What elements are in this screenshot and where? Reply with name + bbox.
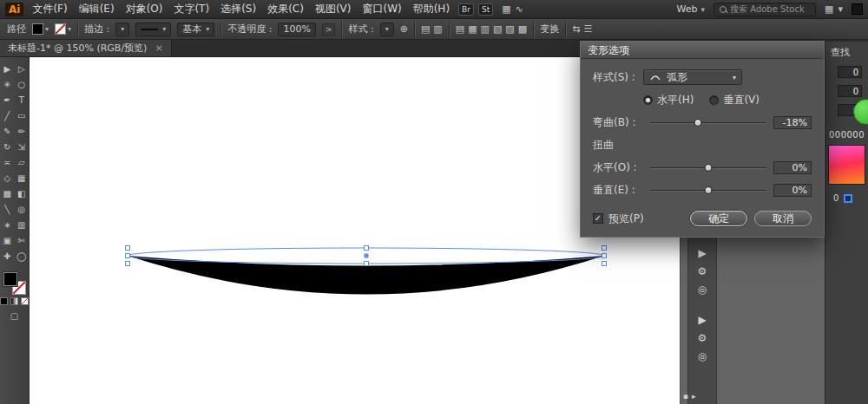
rectangle-tool-icon[interactable]: ▭: [15, 108, 30, 123]
magic-wand-tool-icon[interactable]: ✳: [0, 76, 15, 92]
eyedropper-tool-icon[interactable]: ╲: [0, 201, 15, 217]
align-h-center-icon[interactable]: ▦: [468, 23, 477, 35]
lasso-tool-icon[interactable]: ○: [15, 76, 30, 92]
cancel-button[interactable]: 取消: [754, 211, 812, 226]
swap-arrows-icon[interactable]: ⇆: [572, 23, 580, 35]
gradient-mode-button[interactable]: [10, 297, 18, 305]
blend-tool-icon[interactable]: ◎: [15, 201, 30, 217]
menu-item[interactable]: 帮助(H): [413, 2, 450, 16]
free-transform-tool-icon[interactable]: ▱: [15, 154, 30, 170]
workspace-switcher[interactable]: Web ▾: [677, 3, 706, 15]
hex-color-value[interactable]: 000000: [825, 130, 868, 140]
panel-menu-icon[interactable]: ☰: [583, 23, 592, 35]
color-spectrum[interactable]: [828, 145, 865, 185]
gpu-performance-icon[interactable]: ∿: [516, 3, 523, 15]
graphic-style-select[interactable]: ▾: [380, 23, 394, 36]
align-bottom-icon[interactable]: ▩: [518, 23, 527, 35]
expand-panels-icon[interactable]: ▸: [692, 392, 696, 401]
stroke-color-picker[interactable]: ▾: [55, 23, 71, 35]
illustrator-logo[interactable]: Ai: [5, 3, 23, 16]
preview-checkbox[interactable]: ✓ 预览(P): [593, 212, 644, 226]
arrange-documents-icon[interactable]: ▦: [502, 3, 510, 15]
menu-item[interactable]: 视图(V): [315, 2, 352, 16]
value-field[interactable]: 0: [838, 85, 862, 97]
panel-tab[interactable]: 查找: [825, 42, 868, 66]
gradient-tool-icon[interactable]: ◧: [15, 186, 30, 201]
opacity-panel-button[interactable]: >: [322, 23, 336, 36]
perspective-grid-tool-icon[interactable]: ▦: [15, 170, 30, 186]
menu-item[interactable]: 文字(T): [174, 2, 209, 16]
handle-top-center[interactable]: [365, 246, 369, 251]
fill-stroke-swatches[interactable]: [3, 272, 26, 295]
stock-search-box[interactable]: [713, 3, 816, 16]
screen-mode-button[interactable]: ▢: [0, 311, 29, 321]
zoom-tool-icon[interactable]: ◯: [15, 248, 30, 264]
paintbrush-tool-icon[interactable]: ✎: [0, 123, 15, 139]
swirl-icon[interactable]: ◎: [691, 281, 713, 297]
handle-bottom-center[interactable]: [365, 262, 369, 266]
scale-tool-icon[interactable]: ⇲: [15, 139, 30, 154]
opacity-field[interactable]: 100%: [278, 23, 315, 36]
document-setup-icon[interactable]: ▤: [421, 23, 430, 35]
window-control-icon[interactable]: [852, 3, 863, 15]
type-tool-icon[interactable]: T: [15, 92, 30, 108]
selection-tool-icon[interactable]: ▶: [0, 61, 15, 76]
menu-item[interactable]: 选择(S): [220, 2, 256, 16]
handle-top-right[interactable]: [602, 246, 607, 251]
stroke-color-swatch[interactable]: [55, 23, 66, 35]
align-v-center-icon[interactable]: ▨: [505, 23, 514, 35]
align-right-icon[interactable]: ▥: [481, 23, 490, 35]
handle-bottom-left[interactable]: [126, 262, 130, 266]
handle-middle-right[interactable]: [602, 254, 607, 258]
fill-swatch[interactable]: [3, 272, 17, 286]
active-swatch-icon[interactable]: [844, 194, 852, 203]
menu-item[interactable]: 窗口(W): [362, 2, 401, 16]
shape-builder-tool-icon[interactable]: ◇: [0, 170, 15, 186]
warp-style-select[interactable]: 弧形 ▾: [643, 69, 742, 85]
play-icon[interactable]: ▶: [691, 244, 713, 261]
mesh-tool-icon[interactable]: ▩: [0, 186, 15, 201]
close-icon[interactable]: ×: [155, 42, 162, 54]
center-anchor-point[interactable]: [365, 254, 369, 258]
value-field[interactable]: 0: [838, 66, 862, 78]
slider-handle[interactable]: [694, 119, 701, 127]
color-mode-button[interactable]: [0, 297, 8, 305]
stock-badge[interactable]: St: [478, 3, 493, 16]
width-tool-icon[interactable]: ≍: [0, 154, 15, 170]
slider-handle[interactable]: [705, 164, 713, 172]
horizontal-radio[interactable]: 水平(H): [643, 93, 694, 108]
pencil-tool-icon[interactable]: ✏: [15, 123, 30, 139]
menu-item[interactable]: 效果(C): [267, 2, 304, 16]
distort-horizontal-slider[interactable]: [650, 163, 766, 173]
chevron-down-icon[interactable]: ▾: [838, 3, 843, 15]
menu-item[interactable]: 编辑(E): [79, 2, 115, 16]
distort-horizontal-value-field[interactable]: 0%: [773, 161, 812, 174]
bend-value-field[interactable]: -18%: [773, 116, 812, 129]
align-left-icon[interactable]: ▤: [456, 23, 464, 35]
fill-color-picker[interactable]: ▾: [32, 23, 49, 35]
document-tab[interactable]: 未标题-1* @ 150% (RGB/预览) ×: [0, 40, 172, 56]
app-grid-icon[interactable]: ▦: [825, 3, 833, 15]
brush-definition-select[interactable]: 基本 ▾: [177, 23, 214, 36]
direct-selection-tool-icon[interactable]: ▷: [15, 61, 30, 76]
symbol-sprayer-tool-icon[interactable]: ∗: [0, 217, 15, 232]
ok-button[interactable]: 确定: [690, 211, 747, 226]
artboard-tool-icon[interactable]: ▣: [0, 232, 15, 248]
stroke-weight-field[interactable]: ▾: [115, 23, 129, 36]
transform-label[interactable]: 变换: [540, 23, 559, 36]
gear-icon[interactable]: ⚙: [691, 329, 713, 346]
align-top-icon[interactable]: ▧: [493, 23, 502, 35]
handle-top-left[interactable]: [126, 246, 130, 251]
recolor-artwork-icon[interactable]: ⊕: [400, 23, 408, 35]
swirl-icon[interactable]: ◎: [691, 348, 713, 364]
line-segment-tool-icon[interactable]: ╱: [0, 108, 15, 123]
bridge-badge[interactable]: Br: [458, 3, 474, 16]
pen-tool-icon[interactable]: ✒: [0, 92, 15, 108]
bend-slider[interactable]: [650, 118, 766, 128]
column-graph-tool-icon[interactable]: ▥: [15, 217, 30, 232]
slice-tool-icon[interactable]: ✄: [15, 232, 30, 248]
variable-width-select[interactable]: ▾: [135, 23, 171, 36]
fill-color-swatch[interactable]: [32, 23, 43, 35]
preferences-icon[interactable]: ▥: [433, 23, 442, 35]
collapse-panels-icon[interactable]: ▪: [683, 392, 688, 401]
